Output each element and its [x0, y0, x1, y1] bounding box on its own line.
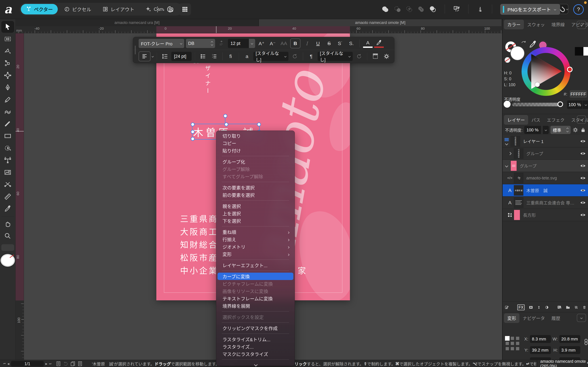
document-tab[interactable]: amaoto namecard omote [M] [259, 19, 502, 26]
vertical-ruler[interactable]: 20406080100 [16, 33, 24, 360]
zoom-display[interactable]: amaoto namecard omote (265.0%) * [537, 360, 588, 367]
collapse-chevron-icon[interactable] [508, 152, 511, 155]
context-menu-item[interactable]: グループ解除 [217, 165, 293, 173]
swap-colors-icon[interactable] [520, 40, 527, 47]
alignment-button[interactable] [139, 51, 150, 61]
new-pixel-layer-icon[interactable] [574, 304, 578, 310]
bullet-list-button[interactable] [198, 52, 208, 61]
context-menu-item[interactable] [217, 180, 293, 184]
underline-button[interactable]: U [313, 39, 323, 48]
visibility-eye-icon[interactable] [579, 212, 587, 218]
panel-menu-button[interactable] [577, 21, 586, 29]
layer-settings-gear-icon[interactable] [572, 127, 579, 133]
document-tab[interactable]: amaoto namecard ura [M] [16, 19, 259, 26]
context-menu-item[interactable]: 貼り付け [217, 147, 293, 154]
persona-tab[interactable]: ピクセル [59, 4, 96, 14]
panel-tab[interactable]: 履歴 [548, 313, 563, 323]
typography-settings-button[interactable] [382, 52, 391, 61]
toolbar-icon-button[interactable] [476, 4, 485, 14]
context-menu-item[interactable] [217, 269, 293, 273]
new-group-icon[interactable] [566, 304, 570, 311]
chevron-down-icon[interactable] [152, 55, 154, 58]
context-menu-item[interactable]: ラスタライズ... [217, 343, 293, 350]
hex-input[interactable]: FFFFFF [570, 90, 587, 98]
layer-row[interactable]: A </> 代表取締役 代表取締役 代表取締役 グループ [503, 148, 588, 160]
context-menu-item[interactable]: テキストフレームに変換 [217, 295, 293, 302]
live-filter-icon[interactable] [545, 304, 549, 310]
triangle-selector[interactable] [535, 82, 540, 87]
visibility-eye-icon[interactable] [579, 187, 587, 193]
layer-row[interactable]: A </> グループ [503, 160, 588, 172]
expand-chevron-icon[interactable] [505, 142, 508, 145]
transform-field-input[interactable]: 3.9 mm [559, 346, 580, 354]
edit-all-layers-icon[interactable] [505, 304, 509, 311]
layers-opacity-chevron[interactable] [543, 126, 549, 134]
font-weight-select[interactable]: DB [186, 39, 215, 48]
font-size-select[interactable]: 12 pt [228, 39, 255, 48]
subscript-button[interactable]: S. [347, 39, 356, 48]
panel-tab[interactable]: スウォッ [524, 20, 548, 29]
opacity-knob[interactable] [557, 101, 563, 107]
color-triangle[interactable] [529, 54, 563, 89]
black-white-swatches[interactable] [575, 47, 588, 56]
mask-layer-icon[interactable] [529, 304, 533, 310]
increase-size-button[interactable]: A⁺ [257, 39, 266, 48]
selection-handle[interactable] [191, 130, 195, 134]
link-dimensions-icon[interactable] [582, 337, 588, 347]
transform-field-input[interactable]: 8.3 mm [530, 335, 551, 343]
transform-field-input[interactable]: 39.2 mm [530, 346, 551, 354]
tool-button[interactable] [1, 217, 14, 230]
context-menu-item[interactable]: ラスタライズ&トリム... [217, 335, 293, 343]
fill-stroke-color-well[interactable] [0, 254, 15, 267]
font-family-select[interactable]: FOT-クレー Pro [139, 39, 184, 48]
character-panel-button[interactable] [164, 3, 176, 15]
tool-button[interactable] [1, 244, 14, 251]
layer-row[interactable]: A </> 木曽原 誠 木曽原 誠 木曽原 誠 木曽原 誠 [503, 184, 588, 197]
toolbar-icon-button[interactable] [381, 4, 390, 14]
context-menu-item[interactable]: すべてグループ解除 [217, 173, 293, 180]
opacity-slider[interactable] [512, 103, 561, 106]
visibility-eye-icon[interactable] [579, 175, 587, 181]
ligatures-button[interactable]: fi [226, 52, 235, 61]
context-menu-item[interactable] [217, 199, 293, 202]
decrease-size-button[interactable]: A⁻ [268, 39, 277, 48]
toolbar-icon-button[interactable] [440, 4, 450, 14]
tool-button[interactable] [1, 142, 14, 154]
context-menu-item[interactable]: 行揃え [217, 236, 293, 243]
layer-row[interactable]: A </> 代表取締役 代表取締役 代表取締役 レイヤー 1 [503, 135, 588, 148]
previous-page-button[interactable]: ◀ [7, 362, 9, 365]
context-menu-item[interactable]: レイヤーエフェクト... [217, 261, 293, 269]
layer-effects-button[interactable]: FX [517, 304, 525, 310]
layers-opacity-value[interactable]: 100 % [524, 126, 541, 134]
transform-field-input[interactable]: 20.8 mm [559, 335, 580, 343]
capitals-button[interactable]: AA [279, 39, 289, 48]
tool-button[interactable] [1, 203, 14, 215]
first-page-button[interactable]: ⏮ [3, 362, 6, 365]
opacity-value[interactable]: 100 % [567, 100, 582, 109]
text-frame-button[interactable] [371, 52, 380, 61]
context-menu-item[interactable]: 変形 [217, 250, 293, 258]
context-menu-item[interactable] [217, 154, 293, 158]
panel-tab[interactable]: パス [528, 115, 544, 125]
context-menu-item[interactable]: 上を選択 [217, 210, 293, 217]
visibility-eye-icon[interactable] [579, 163, 587, 169]
rotation-handle[interactable] [224, 114, 227, 118]
context-menu-item[interactable]: 境界線を展開 [217, 302, 293, 309]
context-menu-item[interactable] [217, 321, 293, 324]
highlight-color-button[interactable] [374, 39, 384, 48]
context-menu-item[interactable] [217, 258, 293, 261]
tool-button[interactable] [1, 130, 14, 142]
panel-menu-button[interactable] [577, 116, 586, 124]
panel-tab[interactable]: 境界線 [548, 20, 568, 29]
context-menu-item[interactable]: グループ化 [217, 158, 293, 165]
persona-overflow-icon[interactable]: ⋮ [154, 6, 161, 13]
context-menu-item[interactable]: 親を選択 [217, 202, 293, 210]
tool-button[interactable] [1, 21, 14, 33]
tool-button[interactable] [1, 33, 14, 45]
selection-handle[interactable] [191, 123, 195, 126]
anchor-point-selector[interactable] [506, 337, 520, 351]
context-menu-item[interactable]: 下を選択 [217, 217, 293, 225]
vertical-text-button[interactable] [217, 39, 226, 48]
visibility-eye-icon[interactable] [579, 200, 587, 206]
toolbar-icon-button[interactable] [487, 4, 497, 14]
